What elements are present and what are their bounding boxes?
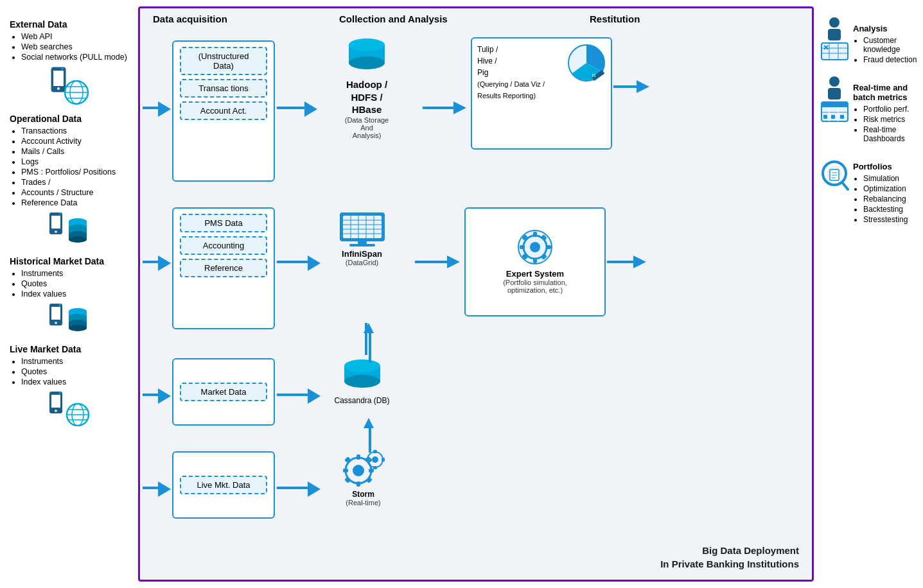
arr-storm-up-head	[360, 418, 377, 428]
svg-point-3	[62, 68, 64, 70]
hadoop-area: Hadoop /HDFS /HBase (Data StorageAndAnal…	[312, 37, 421, 139]
analysis-section: Analysis Customer knowledge Fraud detect…	[820, 16, 918, 65]
row4-data-row: Live Mkt. Data	[172, 451, 275, 519]
arr-cass-up-head	[360, 323, 377, 333]
portfolios-icon	[820, 154, 849, 212]
svg-point-77	[344, 375, 380, 388]
svg-rect-109	[822, 102, 848, 107]
arr-r4-storm-line	[277, 487, 309, 489]
portfolios-text: Portfolios Simulation Optimization Rebal…	[853, 154, 908, 225]
storm-sublabel: (Real-time)	[307, 499, 419, 506]
arr-cass-up-line	[369, 331, 371, 363]
svg-marker-96	[364, 418, 374, 428]
data-acquisition-header: Data acquisition	[153, 13, 227, 24]
svg-rect-107	[828, 88, 841, 99]
arr-infini-expert-head	[447, 252, 466, 272]
metrics-icon	[820, 75, 849, 126]
analysis-icon	[820, 16, 849, 61]
arr-row4-in-head	[158, 481, 171, 497]
svg-point-11	[55, 230, 57, 233]
svg-rect-82	[356, 454, 360, 460]
svg-rect-85	[369, 469, 374, 472]
expert-system-box: Expert System (Portfolio simulation,opti…	[464, 207, 606, 316]
svg-point-2	[57, 87, 60, 90]
pms-data-box: PMS Data	[180, 214, 267, 232]
expert-title: Expert System	[506, 269, 564, 279]
svg-point-81	[353, 465, 364, 476]
hadoop-label: Hadoop /HDFS /HBase	[312, 78, 421, 116]
cassandra-area: Cassandra (DB)	[312, 358, 412, 405]
tulip-pie-icon	[567, 44, 606, 82]
arr-r1-hadoop-line	[277, 107, 306, 109]
svg-rect-92	[373, 450, 377, 453]
accounting-box: Accounting	[180, 236, 267, 255]
main-diagram: Data acquisition Collection and Analysis…	[138, 6, 814, 582]
operational-data-icon	[10, 211, 128, 250]
transactions-box: Transac tions	[180, 79, 267, 98]
cassandra-label: Cassandra (DB)	[312, 396, 412, 405]
restitution-header: Restitution	[590, 13, 640, 24]
collection-analysis-header: Collection and Analysis	[339, 13, 448, 24]
live-market-title: Live Market Data	[10, 344, 128, 354]
portfolios-title: Portfolios	[853, 162, 908, 171]
svg-point-19	[69, 236, 87, 243]
live-market-icon	[10, 390, 128, 429]
infinispan-sublabel: (DataGrid)	[312, 259, 412, 266]
storm-gears-icon	[338, 448, 389, 490]
arrow-line-row1	[143, 107, 159, 109]
bigdata-label: Big Data DeploymentIn Private Banking In…	[660, 544, 799, 571]
infinispan-label: InfiniSpan	[312, 249, 412, 259]
svg-rect-61	[349, 244, 375, 246]
svg-rect-67	[533, 258, 537, 263]
svg-point-22	[55, 322, 57, 324]
svg-rect-1	[53, 71, 64, 86]
arr-row2-in-head	[158, 255, 171, 271]
svg-point-33	[55, 410, 57, 412]
portfolios-section: Portfolios Simulation Optimization Rebal…	[820, 154, 918, 225]
svg-rect-95	[382, 458, 385, 462]
hadoop-sublabel: (Data StorageAndAnalysis)	[312, 116, 421, 139]
analysis-title: Analysis	[853, 24, 918, 33]
svg-point-34	[59, 392, 61, 394]
svg-point-42	[349, 56, 385, 69]
storm-area: Storm (Real-time)	[307, 448, 419, 506]
svg-point-65	[530, 242, 540, 252]
metrics-text: Real-time and batch metrics Portfolio pe…	[853, 75, 918, 144]
svg-rect-51	[343, 216, 382, 238]
account-act-box: Account Act.	[180, 101, 267, 120]
arr-r2-infini-line	[277, 261, 309, 263]
live-market-list: Instruments Quotes Index values	[10, 357, 128, 386]
external-data-icon	[10, 65, 128, 107]
analysis-text: Analysis Customer knowledge Fraud detect…	[853, 16, 918, 65]
unstructured-data-box: (Unstructured Data)	[180, 47, 267, 75]
svg-marker-79	[364, 323, 374, 333]
row1-data-row: (Unstructured Data) Transac tions Accoun…	[172, 40, 275, 182]
arr-row2-in-line	[143, 261, 159, 263]
svg-rect-94	[365, 458, 369, 462]
arr-expert-out-line	[607, 261, 636, 263]
reference-box: Reference	[180, 259, 267, 277]
market-data-box: Market Data	[180, 383, 267, 401]
svg-rect-89	[344, 477, 351, 483]
external-data-list: Web API Web searches Social networks (PU…	[10, 32, 128, 62]
svg-rect-68	[520, 245, 525, 249]
svg-rect-98	[828, 29, 841, 40]
portfolios-list: Simulation Optimization Rebalancing Back…	[853, 174, 908, 224]
svg-point-43	[349, 39, 385, 51]
arr-r3-cass-line	[277, 393, 309, 396]
svg-point-23	[59, 304, 61, 306]
arr-row3-in-head	[158, 388, 171, 404]
historical-market-icon	[10, 302, 128, 338]
analysis-list: Customer knowledge Fraud detection	[853, 36, 918, 64]
svg-marker-62	[447, 255, 460, 268]
svg-rect-114	[831, 115, 835, 119]
restitution-row1-box: Tulip /Hive /Pig (Querying / Data Viz /R…	[471, 37, 612, 150]
hadoop-db-icon	[344, 37, 389, 76]
svg-rect-21	[51, 307, 60, 320]
svg-marker-49	[637, 80, 649, 93]
infinispan-area: InfiniSpan (DataGrid)	[312, 211, 412, 266]
metrics-title: Real-time and batch metrics	[853, 83, 918, 102]
expert-desc: (Portfolio simulation,optimization, etc.…	[503, 279, 567, 294]
svg-point-12	[59, 213, 61, 215]
svg-rect-99	[822, 43, 848, 60]
